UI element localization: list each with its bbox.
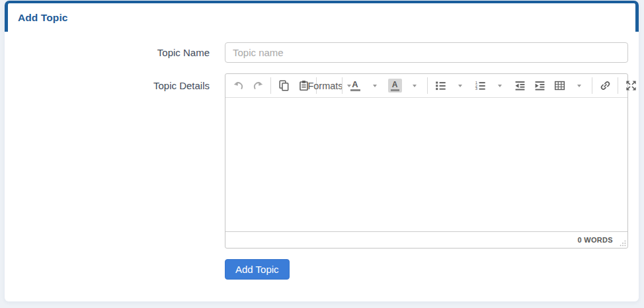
panel-header: Add Topic [5,1,639,32]
background-color-menu-button[interactable] [405,77,424,95]
bullet-list-icon [435,80,446,91]
chevron-down-icon [498,85,502,87]
page-title: Add Topic [18,12,68,24]
table-icon [554,80,565,91]
text-color-menu-button[interactable] [365,77,385,95]
toolbar-separator [592,77,592,94]
editor-statusbar: 0 WORDS [225,231,627,248]
outdent-icon [514,80,526,91]
chevron-down-icon [458,85,462,87]
copy-icon [278,80,290,91]
indent-button[interactable] [530,77,549,95]
page: { "header": { "title": "Add Topic" }, "f… [0,0,644,308]
redo-icon [253,80,264,91]
add-topic-button[interactable]: Add Topic [225,259,290,280]
chevron-down-icon [373,85,377,87]
topic-details-label: Topic Details [5,73,210,249]
editor-toolbar: Formats A A [225,74,627,98]
topic-name-input[interactable] [225,42,628,63]
topic-details-row: Topic Details [5,73,639,249]
fullscreen-icon [625,80,637,91]
formats-dropdown[interactable]: Formats [319,77,339,95]
table-menu-button[interactable] [569,77,589,95]
copy-button[interactable] [274,77,294,95]
resize-handle[interactable] [620,240,626,247]
rich-text-editor: Formats A A [225,73,628,249]
svg-text:3: 3 [475,87,477,91]
toolbar-separator [618,77,618,94]
indent-icon [534,80,545,91]
formats-label: Formats [307,81,342,91]
outdent-button[interactable] [510,77,530,95]
chevron-down-icon [413,85,417,87]
redo-button[interactable] [248,77,268,95]
undo-icon [233,80,244,91]
numbered-list-button[interactable]: 1 2 3 [470,77,490,95]
add-topic-form: Topic Name Topic Details [5,32,639,280]
topic-name-row: Topic Name [5,42,639,63]
bullet-list-menu-button[interactable] [450,77,470,95]
fullscreen-button[interactable] [621,77,641,95]
link-icon [600,80,611,91]
editor-content[interactable] [225,98,627,231]
topic-name-label: Topic Name [5,46,210,59]
add-topic-panel: Add Topic Topic Name Topic Details [4,1,639,302]
toolbar-separator [270,77,271,94]
bullet-list-button[interactable] [430,77,450,95]
table-button[interactable] [549,77,569,95]
text-color-icon: A [350,80,360,91]
background-color-button[interactable]: A [385,77,405,95]
word-count: 0 WORDS [578,236,613,244]
numbered-list-icon: 1 2 3 [475,80,486,91]
undo-button[interactable] [228,77,248,95]
text-color-button[interactable]: A [345,77,365,95]
background-color-icon: A [388,79,402,93]
chevron-down-icon [577,85,581,87]
submit-row: Add Topic [225,259,639,280]
toolbar-separator [342,77,342,94]
numbered-list-menu-button[interactable] [490,77,510,95]
toolbar-separator [427,77,428,94]
insert-link-button[interactable] [595,77,615,95]
